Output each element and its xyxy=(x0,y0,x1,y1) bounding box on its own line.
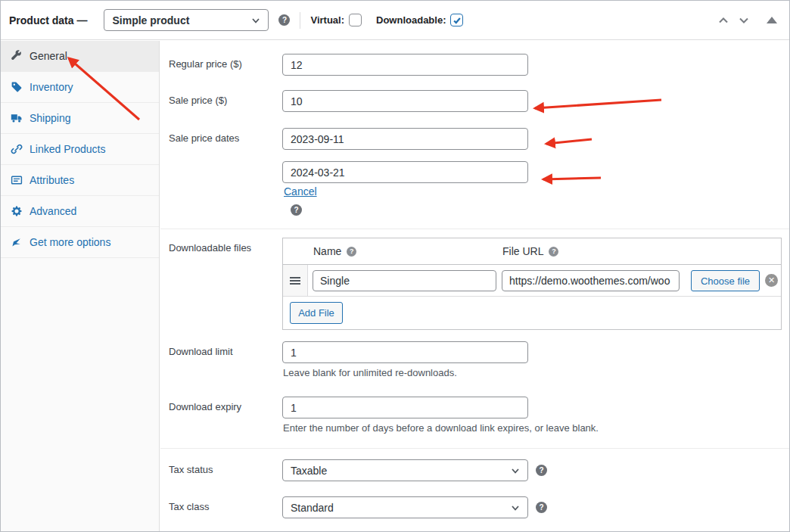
chevron-down-icon xyxy=(511,466,520,475)
section-divider xyxy=(160,229,789,229)
chevron-down-icon xyxy=(251,16,260,25)
chevron-up-icon xyxy=(717,14,729,26)
help-icon[interactable]: ? xyxy=(549,247,558,257)
virtual-checkbox[interactable] xyxy=(349,14,362,26)
downloadable-checkbox[interactable] xyxy=(450,14,463,26)
file-name-input[interactable] xyxy=(313,270,496,291)
general-tab-content: Regular price ($) Sale price ($) Sale pr… xyxy=(160,41,789,531)
downloadable-files-table: Name ? File URL ? Choose file ✕ Add File xyxy=(282,238,782,330)
file-url-column-header: File URL xyxy=(502,245,543,257)
downloadable-files-label: Downloadable files xyxy=(169,242,278,254)
help-icon[interactable]: ? xyxy=(278,14,290,26)
product-type-select[interactable]: Simple product xyxy=(104,9,269,31)
tax-status-select[interactable]: Taxable xyxy=(282,459,528,481)
help-icon[interactable]: ? xyxy=(536,502,547,513)
help-icon[interactable]: ? xyxy=(347,247,356,257)
tax-status-value: Taxable xyxy=(291,465,511,477)
help-icon[interactable]: ? xyxy=(291,204,302,216)
choose-file-button[interactable]: Choose file xyxy=(691,270,760,291)
tab-label: Get more options xyxy=(30,236,110,248)
tag-icon xyxy=(11,81,23,93)
link-icon xyxy=(11,143,23,155)
name-column-header: Name xyxy=(313,245,341,257)
tab-get-more-options[interactable]: Get more options xyxy=(1,227,159,258)
pennant-icon xyxy=(11,236,23,248)
drag-handle-icon xyxy=(290,277,300,285)
tab-label: Linked Products xyxy=(30,143,105,155)
move-up-button[interactable] xyxy=(716,13,731,28)
download-expiry-input[interactable] xyxy=(282,397,528,418)
file-row: Choose file ✕ xyxy=(283,265,781,297)
header-divider xyxy=(300,12,300,29)
chevron-down-icon xyxy=(511,503,520,512)
regular-price-input[interactable] xyxy=(282,54,528,76)
sale-date-to-input[interactable] xyxy=(282,161,528,183)
chevron-down-icon xyxy=(738,14,750,26)
sale-price-input[interactable] xyxy=(282,90,528,112)
add-file-button[interactable]: Add File xyxy=(290,302,343,324)
product-type-value: Simple product xyxy=(112,14,251,26)
product-data-panel: Product data — Simple product ? Virtual:… xyxy=(0,0,790,532)
virtual-label: Virtual: xyxy=(310,14,344,26)
help-icon[interactable]: ? xyxy=(536,465,547,476)
wrench-icon xyxy=(11,50,23,62)
collapse-toggle-icon[interactable] xyxy=(767,17,777,23)
drag-handle[interactable] xyxy=(283,265,308,296)
tab-inventory[interactable]: Inventory xyxy=(1,72,159,103)
tab-label: Attributes xyxy=(30,174,74,186)
tab-general[interactable]: General xyxy=(1,41,159,72)
tax-class-value: Standard xyxy=(291,502,511,514)
sale-price-label: Sale price ($) xyxy=(169,95,278,106)
sale-price-dates-label: Sale price dates xyxy=(169,132,278,144)
regular-price-label: Regular price ($) xyxy=(169,58,278,70)
tab-shipping[interactable]: Shipping xyxy=(1,103,159,134)
truck-icon xyxy=(11,112,23,124)
panel-header: Product data — Simple product ? Virtual:… xyxy=(1,1,789,40)
tab-linked-products[interactable]: Linked Products xyxy=(1,134,159,165)
section-divider xyxy=(160,448,789,449)
download-expiry-label: Download expiry xyxy=(169,401,278,412)
tax-class-label: Tax class xyxy=(169,501,278,512)
download-limit-label: Download limit xyxy=(169,346,278,357)
tax-status-label: Tax status xyxy=(169,464,278,475)
tab-label: General xyxy=(30,50,67,62)
sale-date-from-input[interactable] xyxy=(282,128,528,150)
file-url-input[interactable] xyxy=(502,270,680,291)
downloadable-label: Downloadable: xyxy=(376,14,446,26)
tax-class-select[interactable]: Standard xyxy=(282,496,528,518)
cancel-sale-link[interactable]: Cancel xyxy=(284,185,317,198)
move-down-button[interactable] xyxy=(736,13,751,28)
tab-advanced[interactable]: Advanced xyxy=(1,196,159,227)
tab-label: Shipping xyxy=(30,112,71,124)
files-table-footer: Add File xyxy=(283,297,781,329)
download-limit-help: Leave blank for unlimited re-downloads. xyxy=(283,367,457,378)
tab-label: Inventory xyxy=(30,81,73,93)
files-table-header: Name ? File URL ? xyxy=(283,238,781,265)
delete-file-icon[interactable]: ✕ xyxy=(765,274,778,287)
tab-label: Advanced xyxy=(30,205,76,217)
tab-attributes[interactable]: Attributes xyxy=(1,165,159,196)
download-limit-input[interactable] xyxy=(282,341,528,363)
gear-icon xyxy=(11,205,23,217)
product-data-tabs: General Inventory Shipping Linked Produc… xyxy=(1,41,160,531)
download-expiry-help: Enter the number of days before a downlo… xyxy=(283,422,599,434)
checkmark-icon xyxy=(453,16,462,25)
card-icon xyxy=(11,174,23,186)
panel-title: Product data — xyxy=(9,14,87,26)
